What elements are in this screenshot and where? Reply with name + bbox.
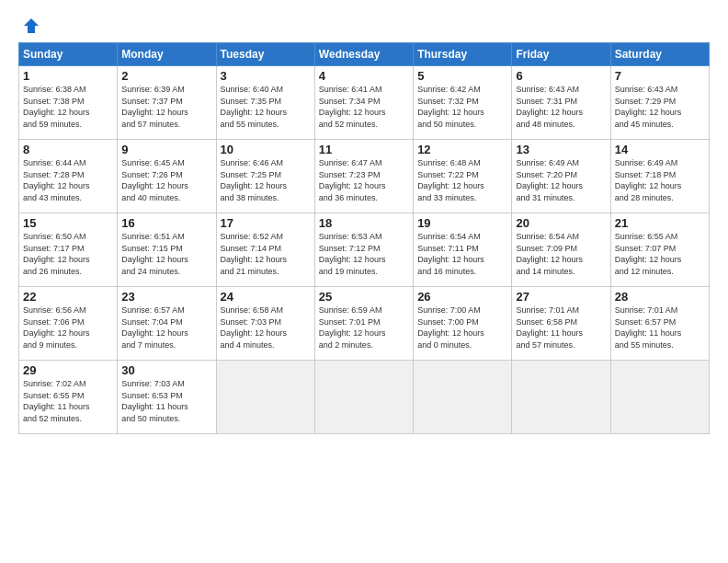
table-row: 18Sunrise: 6:53 AM Sunset: 7:12 PM Dayli…: [314, 213, 413, 287]
col-thursday: Thursday: [414, 43, 512, 66]
table-row: 17Sunrise: 6:52 AM Sunset: 7:14 PM Dayli…: [216, 213, 314, 287]
table-row: 20Sunrise: 6:54 AM Sunset: 7:09 PM Dayli…: [512, 213, 610, 287]
day-info: Sunrise: 6:54 AM Sunset: 7:11 PM Dayligh…: [417, 231, 507, 277]
day-number: 23: [121, 290, 211, 304]
day-info: Sunrise: 7:01 AM Sunset: 6:58 PM Dayligh…: [516, 304, 606, 350]
calendar-header-row: Sunday Monday Tuesday Wednesday Thursday…: [19, 43, 710, 66]
day-number: 13: [516, 143, 606, 156]
day-info: Sunrise: 6:47 AM Sunset: 7:23 PM Dayligh…: [319, 157, 409, 203]
table-row: [314, 361, 413, 434]
day-info: Sunrise: 6:57 AM Sunset: 7:04 PM Dayligh…: [121, 304, 211, 350]
day-number: 28: [615, 290, 705, 304]
col-saturday: Saturday: [610, 43, 709, 66]
table-row: 11Sunrise: 6:47 AM Sunset: 7:23 PM Dayli…: [314, 140, 413, 213]
col-friday: Friday: [512, 43, 610, 66]
table-row: 29Sunrise: 7:02 AM Sunset: 6:55 PM Dayli…: [19, 361, 118, 434]
table-row: [610, 361, 709, 434]
day-number: 20: [516, 216, 606, 230]
day-info: Sunrise: 6:53 AM Sunset: 7:12 PM Dayligh…: [319, 231, 409, 277]
table-row: 16Sunrise: 6:51 AM Sunset: 7:15 PM Dayli…: [118, 213, 216, 287]
day-number: 29: [23, 363, 113, 377]
day-number: 8: [23, 143, 113, 156]
table-row: 26Sunrise: 7:00 AM Sunset: 7:00 PM Dayli…: [414, 287, 512, 361]
day-number: 7: [615, 69, 705, 83]
day-number: 21: [615, 216, 705, 230]
day-info: Sunrise: 6:45 AM Sunset: 7:26 PM Dayligh…: [121, 157, 211, 203]
table-row: 7Sunrise: 6:43 AM Sunset: 7:29 PM Daylig…: [610, 66, 709, 140]
table-row: 22Sunrise: 6:56 AM Sunset: 7:06 PM Dayli…: [19, 287, 118, 361]
day-number: 19: [417, 216, 507, 230]
table-row: 12Sunrise: 6:48 AM Sunset: 7:22 PM Dayli…: [414, 140, 512, 213]
day-info: Sunrise: 6:51 AM Sunset: 7:15 PM Dayligh…: [121, 231, 211, 277]
table-row: [414, 361, 512, 434]
calendar-week-row: 1Sunrise: 6:38 AM Sunset: 7:38 PM Daylig…: [19, 66, 710, 140]
col-tuesday: Tuesday: [216, 43, 314, 66]
table-row: 3Sunrise: 6:40 AM Sunset: 7:35 PM Daylig…: [216, 66, 314, 140]
day-number: 1: [23, 69, 113, 83]
day-info: Sunrise: 6:40 AM Sunset: 7:35 PM Dayligh…: [221, 84, 311, 130]
day-info: Sunrise: 6:58 AM Sunset: 7:03 PM Dayligh…: [221, 304, 311, 350]
day-number: 2: [121, 69, 211, 83]
day-number: 25: [319, 290, 409, 304]
day-number: 9: [121, 143, 211, 156]
logo: [18, 17, 40, 35]
table-row: 6Sunrise: 6:43 AM Sunset: 7:31 PM Daylig…: [512, 66, 610, 140]
table-row: 13Sunrise: 6:49 AM Sunset: 7:20 PM Dayli…: [512, 140, 610, 213]
table-row: [216, 361, 314, 434]
day-info: Sunrise: 6:38 AM Sunset: 7:38 PM Dayligh…: [23, 84, 113, 130]
day-info: Sunrise: 6:49 AM Sunset: 7:18 PM Dayligh…: [615, 157, 705, 203]
day-info: Sunrise: 6:43 AM Sunset: 7:31 PM Dayligh…: [516, 84, 606, 130]
day-info: Sunrise: 6:55 AM Sunset: 7:07 PM Dayligh…: [615, 231, 705, 277]
table-row: 8Sunrise: 6:44 AM Sunset: 7:28 PM Daylig…: [19, 140, 118, 213]
col-monday: Monday: [118, 43, 216, 66]
day-number: 15: [23, 216, 113, 230]
day-number: 4: [319, 69, 409, 83]
day-info: Sunrise: 6:41 AM Sunset: 7:34 PM Dayligh…: [319, 84, 409, 130]
day-info: Sunrise: 6:46 AM Sunset: 7:25 PM Dayligh…: [221, 157, 311, 203]
day-number: 24: [221, 290, 311, 304]
day-number: 18: [319, 216, 409, 230]
day-info: Sunrise: 6:42 AM Sunset: 7:32 PM Dayligh…: [417, 84, 507, 130]
calendar-week-row: 22Sunrise: 6:56 AM Sunset: 7:06 PM Dayli…: [19, 287, 710, 361]
table-row: 2Sunrise: 6:39 AM Sunset: 7:37 PM Daylig…: [118, 66, 216, 140]
table-row: 25Sunrise: 6:59 AM Sunset: 7:01 PM Dayli…: [314, 287, 413, 361]
table-row: 1Sunrise: 6:38 AM Sunset: 7:38 PM Daylig…: [19, 66, 118, 140]
day-info: Sunrise: 6:44 AM Sunset: 7:28 PM Dayligh…: [23, 157, 113, 203]
header: [18, 17, 710, 35]
day-number: 22: [23, 290, 113, 304]
day-info: Sunrise: 6:54 AM Sunset: 7:09 PM Dayligh…: [516, 231, 606, 277]
table-row: 5Sunrise: 6:42 AM Sunset: 7:32 PM Daylig…: [414, 66, 512, 140]
svg-marker-0: [24, 18, 39, 33]
logo-icon: [22, 17, 40, 35]
day-number: 10: [221, 143, 311, 156]
day-number: 17: [221, 216, 311, 230]
table-row: 15Sunrise: 6:50 AM Sunset: 7:17 PM Dayli…: [19, 213, 118, 287]
col-sunday: Sunday: [19, 43, 118, 66]
day-info: Sunrise: 7:01 AM Sunset: 6:57 PM Dayligh…: [615, 304, 705, 350]
table-row: 14Sunrise: 6:49 AM Sunset: 7:18 PM Dayli…: [610, 140, 709, 213]
table-row: 4Sunrise: 6:41 AM Sunset: 7:34 PM Daylig…: [314, 66, 413, 140]
table-row: [512, 361, 610, 434]
day-number: 6: [516, 69, 606, 83]
table-row: 9Sunrise: 6:45 AM Sunset: 7:26 PM Daylig…: [118, 140, 216, 213]
day-number: 14: [615, 143, 705, 156]
day-info: Sunrise: 6:52 AM Sunset: 7:14 PM Dayligh…: [221, 231, 311, 277]
day-number: 16: [121, 216, 211, 230]
day-info: Sunrise: 6:48 AM Sunset: 7:22 PM Dayligh…: [417, 157, 507, 203]
table-row: 23Sunrise: 6:57 AM Sunset: 7:04 PM Dayli…: [118, 287, 216, 361]
day-info: Sunrise: 6:49 AM Sunset: 7:20 PM Dayligh…: [516, 157, 606, 203]
calendar-week-row: 8Sunrise: 6:44 AM Sunset: 7:28 PM Daylig…: [19, 140, 710, 213]
day-number: 3: [221, 69, 311, 83]
calendar-week-row: 15Sunrise: 6:50 AM Sunset: 7:17 PM Dayli…: [19, 213, 710, 287]
calendar-table: Sunday Monday Tuesday Wednesday Thursday…: [18, 42, 710, 434]
day-number: 11: [319, 143, 409, 156]
table-row: 21Sunrise: 6:55 AM Sunset: 7:07 PM Dayli…: [610, 213, 709, 287]
table-row: 19Sunrise: 6:54 AM Sunset: 7:11 PM Dayli…: [414, 213, 512, 287]
day-info: Sunrise: 6:59 AM Sunset: 7:01 PM Dayligh…: [319, 304, 409, 350]
day-info: Sunrise: 6:43 AM Sunset: 7:29 PM Dayligh…: [615, 84, 705, 130]
table-row: 24Sunrise: 6:58 AM Sunset: 7:03 PM Dayli…: [216, 287, 314, 361]
calendar-week-row: 29Sunrise: 7:02 AM Sunset: 6:55 PM Dayli…: [19, 361, 710, 434]
day-number: 12: [417, 143, 507, 156]
table-row: 10Sunrise: 6:46 AM Sunset: 7:25 PM Dayli…: [216, 140, 314, 213]
day-number: 27: [516, 290, 606, 304]
